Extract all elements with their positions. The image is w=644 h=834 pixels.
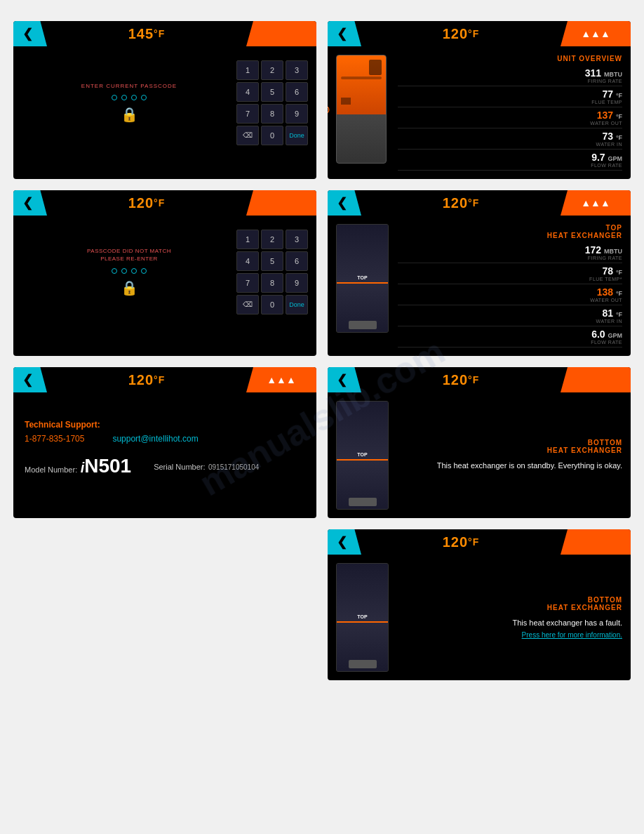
standby-top-label: TOP — [357, 452, 367, 457]
numpad-backspace[interactable]: ⌫ — [236, 126, 259, 145]
numpad-2[interactable]: 2 — [261, 60, 283, 80]
top-firing-label: FIRING RATE — [588, 256, 622, 260]
numpad-4[interactable]: 4 — [236, 82, 259, 102]
bottom-hex-fault-panel: ❮ 120 °F TOP BOTTOM — [328, 529, 631, 680]
passcode-error-panel: ❮ 120 °F PASSCODE DID NOT MATCHPLEASE RE… — [13, 190, 316, 356]
tech-support-title: Technical Support: — [25, 420, 305, 430]
top-flow-label: FLOW RATE — [591, 340, 622, 345]
dot-4 — [141, 95, 147, 100]
back-button-3[interactable]: ❮ — [13, 190, 47, 216]
press-here-link[interactable]: Press here for more information. — [522, 631, 622, 639]
panel-header-3: ❮ 120 °F — [13, 190, 316, 216]
numpad2-4[interactable]: 4 — [236, 251, 259, 271]
passcode-left-2: PASSCODE DID NOT MATCHPLEASE RE-ENTER 🔒 — [22, 247, 236, 296]
hex-top-section: TOP — [337, 225, 388, 284]
fault-top-label: TOP — [357, 614, 367, 619]
header-right-5: ▲▲▲ — [246, 367, 316, 392]
stat-water-in: 73 °F WATER IN — [398, 128, 622, 150]
back-button-4[interactable]: ❮ — [328, 190, 361, 216]
passcode-label-1: ENTER CURRENT PASSCODE — [81, 83, 177, 89]
numpad2-2[interactable]: 2 — [261, 230, 283, 249]
passcode-dots-2 — [112, 268, 147, 274]
numpad2-6[interactable]: 6 — [286, 251, 308, 271]
numpad2-9[interactable]: 9 — [286, 273, 308, 293]
numpad-1[interactable]: 1 — [236, 60, 259, 80]
numpad2-5[interactable]: 5 — [261, 251, 283, 271]
panel-header-1: ❮ 145 °F — [13, 21, 316, 46]
chevron-left-icon-4: ❮ — [337, 195, 347, 211]
header-right-3 — [246, 190, 316, 216]
temperature-unit-5: °F — [154, 374, 165, 385]
numpad2-1[interactable]: 1 — [236, 230, 259, 249]
numpad2-7[interactable]: 7 — [236, 273, 259, 293]
passcode-entry-panel: ❮ 145 °F ENTER CURRENT PASSCODE — [13, 21, 316, 179]
stat-water-out: 137 °F WATER OUT — [398, 107, 622, 128]
hex-plus-icon: ⊕ — [328, 101, 333, 118]
temperature-value-3: 120 — [128, 195, 154, 211]
temp-display-4: 120 °F — [361, 190, 561, 216]
unit-overview-panel: ❮ 120 °F ▲▲▲ — [328, 21, 631, 179]
top-water-out-value: 138 °F — [597, 286, 622, 298]
numpad-6[interactable]: 6 — [286, 82, 308, 102]
numpad-8[interactable]: 8 — [261, 104, 283, 124]
temperature-value-8: 120 — [443, 534, 468, 550]
numpad-done[interactable]: Done — [286, 126, 308, 145]
top-stat-flow: 6.0 GPM FLOW RATE — [398, 326, 622, 348]
bottom-hex-standby-panel: ❮ 120 °F TOP BOTTOM — [328, 367, 631, 518]
numpad-0[interactable]: 0 — [261, 126, 283, 145]
back-button-6[interactable]: ❮ — [328, 367, 361, 392]
temp-display-5: 120 °F — [47, 367, 246, 392]
back-button-8[interactable]: ❮ — [328, 529, 361, 555]
temp-display-1: 145 °F — [47, 21, 246, 46]
top-hex-body: TOP BOTTOM ⊕ TOPHEAT EXCHANGER 172 MBT — [328, 216, 631, 356]
water-in-value: 73 °F — [602, 131, 622, 142]
numpad-9[interactable]: 9 — [286, 104, 308, 124]
numpad2-backspace[interactable]: ⌫ — [236, 295, 259, 315]
back-button-1[interactable]: ❮ — [13, 21, 47, 46]
temperature-unit-8: °F — [468, 536, 479, 548]
top-heat-exchanger-panel: ❮ 120 °F ▲▲▲ TOP — [328, 190, 631, 356]
temperature-unit-1: °F — [154, 28, 165, 39]
top-stat-flue: 78 °F FLUE TEMP* — [398, 263, 622, 284]
numpad-5[interactable]: 5 — [261, 82, 283, 102]
lock-icon-2: 🔒 — [121, 279, 138, 296]
top-hex-unit-image: TOP BOTTOM — [336, 224, 389, 333]
numpad-7[interactable]: 7 — [236, 104, 259, 124]
tech-email: support@intellihot.com — [112, 434, 198, 444]
flue-temp-label: FLUE TEMP — [591, 100, 622, 105]
model-number: iN501 — [81, 455, 132, 477]
numpad-2: 1 2 3 4 5 6 7 8 9 ⌫ 0 Done — [236, 230, 308, 315]
numpad2-done[interactable]: Done — [286, 295, 308, 315]
numpad2-3[interactable]: 3 — [286, 230, 308, 249]
flow-rate-value: 9.7 GPM — [591, 152, 622, 163]
top-stat-firing: 172 MBTU FIRING RATE — [398, 242, 622, 263]
passcode-body-1: ENTER CURRENT PASSCODE 🔒 1 2 3 4 5 6 — [13, 46, 316, 159]
top-water-in-value: 81 °F — [602, 307, 622, 319]
top-hex-stats: TOPHEAT EXCHANGER 172 MBTU FIRING RATE 7… — [398, 224, 622, 348]
passcode-body-2: PASSCODE DID NOT MATCHPLEASE RE-ENTER 🔒 … — [13, 216, 316, 328]
firing-rate-label: FIRING RATE — [588, 79, 622, 84]
header-right-6 — [561, 367, 631, 392]
standby-title: BOTTOMHEAT EXCHANGER — [547, 439, 622, 454]
numpad2-0[interactable]: 0 — [261, 295, 283, 315]
chevron-left-icon-8: ❮ — [337, 534, 347, 550]
temperature-value-4: 120 — [443, 195, 468, 211]
signal-icon-5: ▲▲▲ — [267, 374, 296, 385]
top-water-out-label: WATER OUT — [590, 298, 622, 303]
panel-header-2: ❮ 120 °F ▲▲▲ — [328, 21, 631, 46]
top-firing-value: 172 MBTU — [585, 244, 622, 256]
back-button-2[interactable]: ❮ — [328, 21, 361, 46]
back-button-5[interactable]: ❮ — [13, 367, 47, 392]
top-water-in-label: WATER IN — [596, 319, 622, 324]
serial-label: Serial Number: — [154, 463, 205, 471]
numpad2-8[interactable]: 8 — [261, 273, 283, 293]
header-right-4: ▲▲▲ — [561, 190, 631, 216]
header-right-2: ▲▲▲ — [561, 21, 631, 46]
numpad-3[interactable]: 3 — [286, 60, 308, 80]
model-n: N501 — [84, 455, 131, 477]
passcode-left-1: ENTER CURRENT PASSCODE 🔒 — [22, 83, 236, 123]
flow-rate-label: FLOW RATE — [591, 163, 622, 168]
top-flue-label: FLUE TEMP* — [589, 277, 622, 282]
temp-display-2: 120 °F — [361, 21, 561, 46]
passcode-dots-1 — [112, 95, 147, 100]
